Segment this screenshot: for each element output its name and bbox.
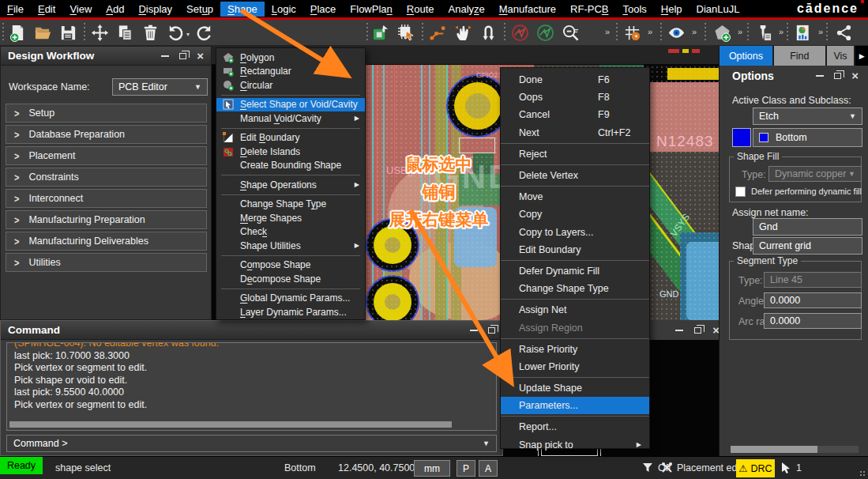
menu-logic[interactable]: Logic: [265, 2, 303, 17]
swap-icon[interactable]: [477, 22, 499, 43]
fill-type-select[interactable]: Dynamic copper▼: [768, 166, 862, 182]
new-drawing-icon[interactable]: [6, 22, 28, 43]
application-mode-status[interactable]: Placement edit: [677, 462, 742, 473]
menu-help[interactable]: Help: [654, 2, 690, 17]
context-item-assign-net[interactable]: Assign Net: [501, 301, 649, 319]
filter-icon[interactable]: [642, 462, 653, 473]
toolbar-overflow-chevron[interactable]: »: [605, 27, 610, 36]
restore-icon[interactable]: [694, 327, 701, 334]
context-item-update-shape[interactable]: Update Shape: [501, 379, 649, 397]
options-scrollbar[interactable]: [731, 446, 859, 453]
context-item-next[interactable]: NextCtrl+F2: [501, 124, 649, 141]
restore-icon[interactable]: [488, 327, 495, 334]
close-icon[interactable]: ×: [851, 72, 859, 80]
class-select[interactable]: Etch▼: [753, 107, 862, 125]
menu-edit[interactable]: Edit: [31, 2, 62, 17]
subclass-select[interactable]: Bottom: [753, 128, 862, 147]
minimize-icon[interactable]: [161, 55, 169, 57]
shape-menu-item-check[interactable]: Check: [216, 225, 365, 240]
close-icon[interactable]: ×: [197, 52, 204, 60]
workflow-item-interconnect[interactable]: >Interconnect: [6, 189, 207, 208]
context-item-delete-vertex[interactable]: Delete Vertex: [501, 167, 649, 184]
workspace-select[interactable]: PCB Editor ▼: [112, 78, 208, 96]
save-icon[interactable]: [57, 22, 79, 43]
zoom-out-icon[interactable]: [559, 22, 581, 43]
redo-icon[interactable]: [193, 22, 215, 43]
rats-all-icon[interactable]: [534, 22, 556, 43]
workflow-item-database-preparation[interactable]: >Database Preparation: [6, 125, 207, 144]
context-item-defer-dynamic-fill[interactable]: Defer Dynamic Fill: [501, 262, 649, 280]
shape-add-icon[interactable]: [711, 22, 733, 43]
context-item-copy-to-layers[interactable]: Copy to Layers...: [501, 224, 649, 241]
menu-tools[interactable]: Tools: [615, 2, 653, 17]
workflow-item-constraints[interactable]: >Constraints: [6, 168, 207, 187]
visibility-chevron[interactable]: »: [692, 27, 697, 36]
tab-scroll-arrow-icon[interactable]: ▶: [855, 46, 868, 66]
grid-chevron[interactable]: »: [648, 27, 652, 36]
menu-setup[interactable]: Setup: [179, 2, 220, 17]
shape-menu-item-merge-shapes[interactable]: Merge Shapes: [216, 211, 365, 225]
minimize-icon[interactable]: [816, 75, 824, 77]
resize-grip[interactable]: [859, 470, 866, 477]
restore-icon[interactable]: [834, 73, 841, 79]
context-item-oops[interactable]: OopsF8: [501, 89, 649, 106]
drc-button[interactable]: ⚠ DRC: [736, 459, 775, 477]
workflow-item-manufacturing-preparation[interactable]: >Manufacturing Preparation: [6, 210, 207, 229]
context-item-done[interactable]: DoneF6: [501, 71, 649, 89]
menu-analyze[interactable]: Analyze: [442, 2, 492, 17]
menu-manufacture[interactable]: Manufacture: [492, 2, 563, 17]
workflow-item-placement[interactable]: >Placement: [6, 146, 207, 165]
command-log-scrollbar[interactable]: [9, 421, 452, 428]
color-visibility-icon[interactable]: [665, 22, 687, 43]
board-icon[interactable]: [370, 22, 392, 43]
undo-icon[interactable]: [164, 22, 186, 43]
shape-grid-select[interactable]: Current grid: [753, 237, 862, 255]
minimize-icon[interactable]: [470, 330, 478, 331]
move-icon[interactable]: [88, 22, 111, 43]
undo-dropdown-caret[interactable]: ▾: [186, 31, 190, 38]
chip-select-icon[interactable]: [395, 22, 417, 43]
shape-chevron[interactable]: »: [738, 27, 742, 36]
restore-icon[interactable]: [179, 53, 186, 59]
menu-file[interactable]: File: [0, 2, 31, 17]
shape-menu-item-rectangular[interactable]: Rectangular: [216, 65, 365, 79]
context-item-snap-pick-to[interactable]: Snap pick to▶: [501, 436, 649, 454]
shape-menu-item-delete-islands[interactable]: Delete Islands: [216, 145, 365, 159]
menu-flowplan[interactable]: FlowPlan: [343, 2, 399, 17]
shape-menu-item-polygon[interactable]: Polygon: [216, 51, 365, 65]
shape-menu-item-global-dynamic-params[interactable]: Global Dynamic Params...: [216, 292, 365, 306]
context-item-parameters[interactable]: Parameters...: [501, 397, 649, 414]
menu-route[interactable]: Route: [400, 2, 442, 17]
context-item-lower-priority[interactable]: Lower Priority: [501, 358, 649, 375]
tab-visibility[interactable]: Vis: [827, 46, 854, 66]
context-item-report[interactable]: Report...: [501, 418, 649, 436]
shape-menu-item-shape-utilities[interactable]: Shape Utilities▶: [216, 239, 365, 253]
context-item-cancel[interactable]: CancelF9: [501, 106, 649, 123]
unrats-all-icon[interactable]: [509, 22, 531, 43]
menu-shape[interactable]: Shape: [220, 2, 265, 17]
defer-fill-checkbox[interactable]: [735, 187, 746, 197]
reports-chevron[interactable]: »: [818, 27, 823, 36]
workflow-item-manufacturing-deliverables[interactable]: >Manufacturing Deliverables: [6, 232, 207, 251]
open-icon[interactable]: [32, 22, 54, 43]
menu-display[interactable]: Display: [131, 2, 179, 17]
shape-menu-item-compose-shape[interactable]: Compose Shape: [216, 258, 365, 273]
context-item-raise-priority[interactable]: Raise Priority: [501, 341, 649, 358]
angle-field[interactable]: 0.0000: [764, 292, 862, 308]
context-item-copy[interactable]: Copy: [501, 206, 649, 223]
tab-find[interactable]: Find: [774, 46, 825, 66]
share-icon[interactable]: [832, 22, 855, 43]
minimize-icon[interactable]: [675, 330, 683, 331]
workflow-item-setup[interactable]: >Setup: [6, 104, 207, 123]
units-button[interactable]: mm: [414, 460, 450, 477]
p-button[interactable]: P: [457, 460, 475, 477]
tab-options[interactable]: Options: [720, 46, 772, 66]
menu-dianlujl[interactable]: DianLuJL: [690, 2, 747, 17]
shape-menu-item-change-shape-type[interactable]: Change Shape Type: [216, 198, 365, 212]
slide-icon[interactable]: [426, 22, 449, 43]
context-item-change-shape-type[interactable]: Change Shape Type: [501, 280, 649, 297]
shape-menu-item-decompose-shape[interactable]: Decompose Shape: [216, 272, 365, 286]
delete-icon[interactable]: [139, 22, 161, 43]
shape-menu-item-edit-boundary[interactable]: Edit Boundary: [216, 131, 365, 145]
menu-rf-pcb[interactable]: RF-PCB: [563, 2, 615, 17]
